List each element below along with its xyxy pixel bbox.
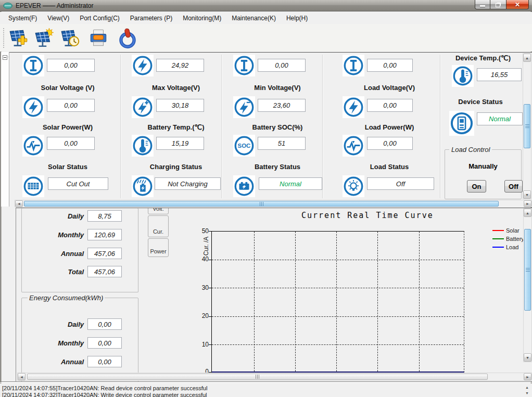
menu-maintenance[interactable]: Maintenance(K) <box>226 13 281 23</box>
load-power-label: Load Power(W) <box>340 123 439 131</box>
monitor-horizontal-scrollbar[interactable]: ◄ ► <box>15 200 532 207</box>
device-temp-label: Device Temp.(℃) <box>441 54 525 62</box>
solar-status-value: Cut Out <box>48 177 108 190</box>
thermometer-icon <box>452 65 474 87</box>
status-log: [20/11/2024 14:07:55]Tracer10420AN: Read… <box>0 383 532 397</box>
scroll-down-icon[interactable]: ▼ <box>523 190 531 199</box>
chart-title: Current Real Time Curve <box>301 211 434 220</box>
menu-bar: System(F) View(V) Port Config(C) Paramet… <box>0 12 532 24</box>
current-icon <box>22 55 44 76</box>
log-scroll-down-icon[interactable]: ▼ <box>525 391 529 395</box>
add-station-button[interactable] <box>6 27 30 50</box>
menu-monitoring[interactable]: Monitoring(M) <box>178 13 226 23</box>
column-divider <box>440 55 440 198</box>
scroll-right-icon[interactable]: ► <box>524 373 531 380</box>
gridline-v <box>254 232 255 372</box>
menu-port-config[interactable]: Port Config(C) <box>74 13 125 23</box>
real-time-monitor-button[interactable] <box>58 27 82 50</box>
voltage-icon <box>343 96 364 118</box>
battery-icon <box>233 175 255 197</box>
battery-temp-value: 15,19 <box>156 137 204 150</box>
power-icon <box>343 135 364 157</box>
min-voltage-label: Min Voltage(V) <box>231 84 324 92</box>
y-tickmark <box>209 344 212 345</box>
load-on-button[interactable]: On <box>467 180 486 193</box>
realtime-monitor-panel: 0,00 Solar Voltage (V) 0,00 Solar Power(… <box>9 52 532 207</box>
log-scroll-up-icon[interactable]: ▲ <box>525 386 529 389</box>
battery-voltage-value: 24,92 <box>156 59 204 72</box>
menu-help[interactable]: Help(H) <box>281 13 313 23</box>
tab-current-curve[interactable]: Cur. <box>148 215 169 237</box>
station-monitor-button[interactable] <box>32 27 56 50</box>
solar-power-value: 0,00 <box>47 137 95 150</box>
scrollbar-thumb[interactable] <box>24 201 499 207</box>
legend-load-label: Load <box>506 244 518 250</box>
legend-solar-label: Solar <box>506 227 520 234</box>
chart-horizontal-scrollbar[interactable]: ◄ ► <box>17 373 532 381</box>
y-tick-20: 20 <box>188 312 209 319</box>
gridline-h <box>212 260 464 260</box>
load-power-value: 0,00 <box>367 137 413 150</box>
scroll-up-icon[interactable]: ▲ <box>524 209 531 217</box>
tab-power-curve[interactable]: Power <box>148 238 169 257</box>
scroll-left-icon[interactable]: ◄ <box>15 200 23 207</box>
tree-collapse-icon[interactable] <box>3 55 7 60</box>
scrollbar-thumb[interactable] <box>524 104 530 148</box>
y-tickmark <box>209 231 212 232</box>
y-tick-10: 10 <box>188 341 209 348</box>
consumed-monthly-value: 0,00 <box>87 337 122 349</box>
y-tickmark <box>209 316 212 317</box>
voltage-min-icon <box>233 96 255 118</box>
battery-status-label: Battery Status <box>231 163 324 171</box>
voltage-max-icon <box>132 96 154 118</box>
energy-consumed-title: Energy Consumed(kWh) <box>28 294 105 302</box>
consumed-annual-label: Annual <box>27 358 84 366</box>
menu-system[interactable]: System(F) <box>3 13 42 23</box>
exit-button[interactable] <box>116 27 140 50</box>
print-button[interactable] <box>86 27 110 50</box>
legend-battery-label: Battery <box>506 236 524 242</box>
scroll-left-icon[interactable]: ◄ <box>18 373 26 380</box>
load-current-value: 0,00 <box>367 59 413 72</box>
scrollbar-thumb[interactable] <box>27 374 488 380</box>
tab-voltage-curve[interactable]: Volt. <box>148 208 169 214</box>
load-status-label: Load Status <box>340 163 439 171</box>
scroll-right-icon[interactable]: ► <box>524 200 531 207</box>
load-column: 0,00 Load Voltage(V) 0,00 Load Power(W) … <box>340 53 439 200</box>
generated-daily-value: 8,75 <box>87 210 122 222</box>
soc-icon <box>233 135 255 157</box>
log-line: [20/11/2024 14:07:32]Tracer10420AN: Writ… <box>2 392 207 397</box>
close-button[interactable]: ✕ <box>506 0 529 9</box>
station-tree-panel <box>1 52 9 207</box>
gridline-v <box>377 232 378 372</box>
max-voltage-value: 30,18 <box>156 99 204 112</box>
titlebar: EPEVER —— Administrator ✕ <box>0 0 532 11</box>
load-control-group: Load Control Manually On Off <box>445 149 522 199</box>
bulb-icon <box>343 175 364 197</box>
menu-view[interactable]: View(V) <box>42 13 74 23</box>
load-line-swatch <box>492 247 504 248</box>
solar-voltage-label: Solar Voltage (V) <box>16 84 120 92</box>
statusbar-separator <box>0 381 532 383</box>
scroll-down-icon[interactable]: ▼ <box>524 353 531 362</box>
restore-button[interactable] <box>490 0 506 9</box>
solar-voltage-value: 0,00 <box>47 99 95 112</box>
load-off-button[interactable]: Off <box>504 180 523 193</box>
battery2-column: 0,00 Min Voltage(V) 23,60 Battery SOC(%)… <box>231 53 324 200</box>
monitor-vertical-scrollbar[interactable]: ▲ ▼ <box>523 53 531 199</box>
minimize-button[interactable] <box>475 0 490 9</box>
device-status-value: Normal <box>477 112 523 125</box>
voltage-icon <box>132 55 154 76</box>
window-title: EPEVER —— Administrator <box>16 2 93 9</box>
device-temp-value: 16,55 <box>477 68 522 81</box>
current-icon <box>233 55 255 76</box>
gridline-h <box>212 288 464 288</box>
scroll-up-icon[interactable]: ▲ <box>523 54 531 62</box>
menu-parameters[interactable]: Parameters (P) <box>125 13 178 23</box>
legend-battery: Battery <box>492 235 524 242</box>
solar-panel-icon <box>22 175 44 197</box>
scrollbar-thumb[interactable] <box>524 229 531 311</box>
chart-vertical-scrollbar[interactable]: ▲ ▼ <box>523 208 532 362</box>
load-control-label: Load Control <box>449 146 492 153</box>
charging-status-label: Charging Status <box>129 163 223 171</box>
